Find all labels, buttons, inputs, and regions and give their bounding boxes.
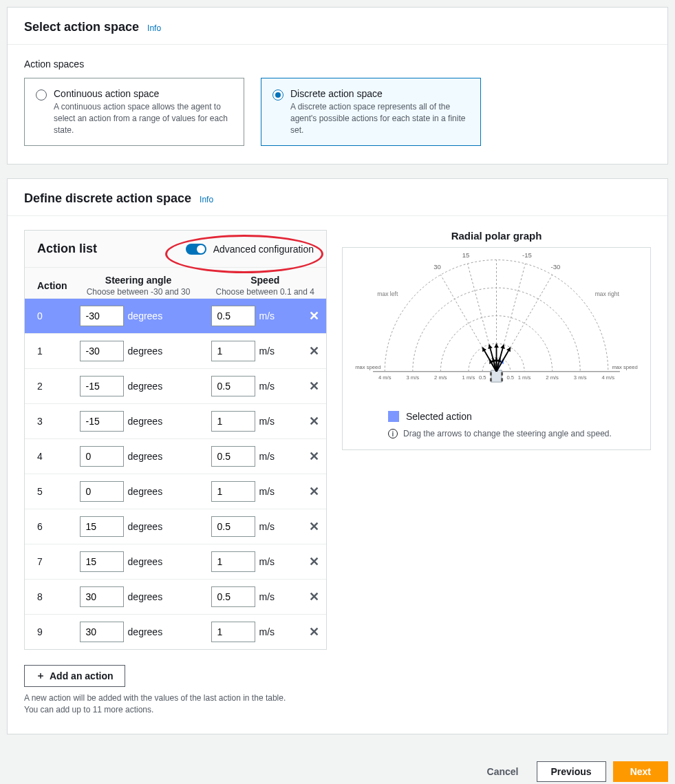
speed-input[interactable] [211,551,255,572]
ms-unit: m/s [259,591,275,602]
ms-unit: m/s [259,381,275,392]
svg-line-36 [497,345,504,372]
action-index: 7 [25,544,73,580]
plus-icon: ＋ [36,670,45,682]
continuous-action-space-option[interactable]: Continuous action space A continuous act… [24,78,244,146]
ms-unit: m/s [259,451,275,462]
speed-input[interactable] [211,586,255,607]
speed-input[interactable] [211,481,255,502]
speed-input[interactable] [211,341,255,361]
action-row[interactable]: 8degreesm/s✕ [25,580,326,615]
cancel-button[interactable]: Cancel [476,761,530,783]
speed-input[interactable] [211,376,255,396]
info-link[interactable]: Info [147,23,161,33]
svg-text:30: 30 [433,263,441,271]
steering-input[interactable] [80,516,124,537]
delete-action-icon[interactable]: ✕ [309,344,319,358]
discrete-action-space-option[interactable]: Discrete action space A discrete action … [261,78,481,146]
action-row[interactable]: 0degreesm/s✕ [25,299,326,334]
delete-action-icon[interactable]: ✕ [309,379,319,393]
svg-text:max speed: max speed [612,364,638,370]
steering-input[interactable] [80,376,124,396]
delete-action-icon[interactable]: ✕ [309,520,319,533]
action-row[interactable]: 4degreesm/s✕ [25,439,326,474]
col-steering: Steering angle Choose between -30 and 30 [73,268,204,299]
steering-input[interactable] [80,306,124,326]
svg-line-48 [482,348,496,372]
previous-button[interactable]: Previous [537,761,606,782]
panel-header: Define discrete action space Info [8,179,667,216]
steering-input[interactable] [80,411,124,432]
degrees-unit: degrees [128,381,163,392]
action-index: 3 [25,404,73,439]
ms-unit: m/s [259,346,275,357]
action-row[interactable]: 2degreesm/s✕ [25,369,326,404]
steering-input[interactable] [80,586,124,607]
speed-input[interactable] [211,411,255,432]
svg-text:1 m/s: 1 m/s [518,375,531,381]
legend: Selected action [388,411,646,422]
delete-action-icon[interactable]: ✕ [309,625,319,639]
col-speed: Speed Choose between 0.1 and 4 [204,268,327,299]
option-desc: A continuous action space allows the age… [54,101,233,136]
add-action-button[interactable]: ＋ Add an action [24,665,125,687]
legend-swatch-icon [388,411,399,422]
action-list-box: Action list Advanced configuration Actio… [24,230,327,650]
action-row[interactable]: 5degreesm/s✕ [25,474,326,509]
svg-line-32 [497,348,511,372]
speed-input[interactable] [211,306,255,326]
radial-graph-box: 30150-15-30max leftmax right4 m/s4 m/s3 … [342,247,651,450]
action-index: 1 [25,334,73,369]
info-icon: i [388,429,398,438]
speed-input[interactable] [211,446,255,467]
ms-unit: m/s [259,310,275,321]
speed-input[interactable] [211,516,255,537]
action-row[interactable]: 3degreesm/s✕ [25,404,326,439]
delete-action-icon[interactable]: ✕ [309,449,319,463]
degrees-unit: degrees [128,310,163,321]
ms-unit: m/s [259,556,275,567]
svg-text:0.5: 0.5 [506,375,514,381]
action-row[interactable]: 1degreesm/s✕ [25,334,326,369]
svg-text:4 m/s: 4 m/s [601,375,614,381]
action-row[interactable]: 7degreesm/s✕ [25,544,326,580]
option-title: Discrete action space [290,88,469,99]
action-row[interactable]: 9degreesm/s✕ [25,615,326,650]
radial-polar-graph[interactable]: 30150-15-30max leftmax right4 m/s4 m/s3 … [347,253,646,398]
action-index: 5 [25,474,73,509]
action-index: 0 [25,299,73,334]
svg-text:4 m/s: 4 m/s [378,375,392,381]
degrees-unit: degrees [128,346,163,357]
svg-rect-29 [501,379,503,382]
svg-rect-28 [490,379,492,382]
steering-input[interactable] [80,551,124,572]
panel-header: Select action space Info [8,8,667,45]
steering-input[interactable] [80,622,124,642]
delete-action-icon[interactable]: ✕ [309,485,319,498]
option-desc: A discrete action space represents all o… [290,101,469,136]
option-title: Continuous action space [54,88,233,99]
svg-rect-25 [491,370,502,382]
radio-icon [272,89,283,100]
steering-input[interactable] [80,341,124,361]
ms-unit: m/s [259,626,275,637]
next-button[interactable]: Next [613,761,668,782]
steering-input[interactable] [80,481,124,502]
svg-line-44 [489,345,496,372]
degrees-unit: degrees [128,521,163,532]
advanced-config-toggle[interactable] [186,244,206,255]
add-action-hint: A new action will be added with the valu… [24,692,327,716]
action-row[interactable]: 6degreesm/s✕ [25,509,326,544]
svg-marker-45 [488,345,493,349]
delete-action-icon[interactable]: ✕ [309,309,319,323]
delete-action-icon[interactable]: ✕ [309,555,319,569]
action-index: 4 [25,439,73,474]
advanced-config-label: Advanced configuration [213,244,314,255]
speed-input[interactable] [211,622,255,642]
svg-text:max left: max left [377,290,398,297]
info-link[interactable]: Info [200,195,213,204]
delete-action-icon[interactable]: ✕ [309,590,319,604]
steering-input[interactable] [80,446,124,467]
svg-marker-41 [494,344,499,348]
delete-action-icon[interactable]: ✕ [309,414,319,428]
